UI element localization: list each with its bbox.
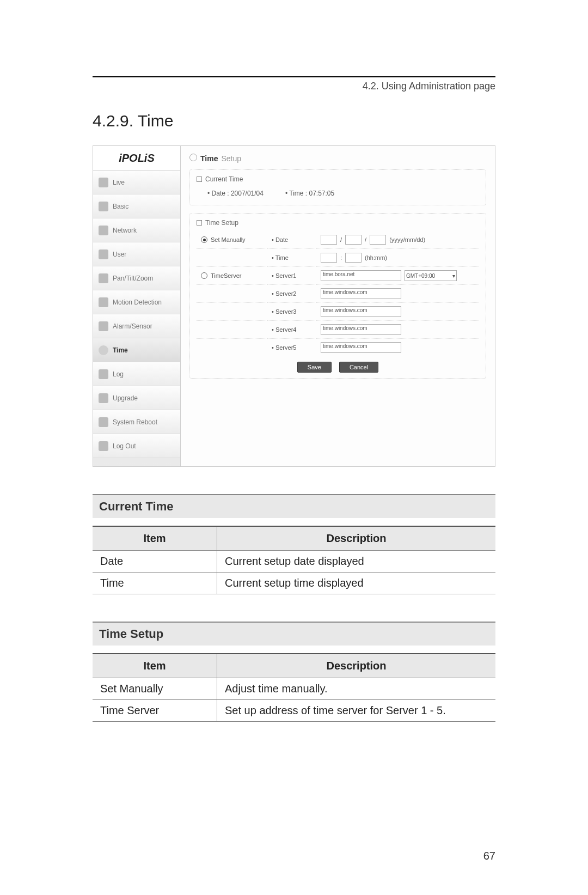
server3-input[interactable]: time.windows.com [321,306,401,317]
subheading-current-time: Current Time [93,494,495,518]
page-number: 67 [483,850,495,862]
table-row: Date Current setup date displayed [93,551,495,573]
server1-input[interactable]: time.bora.net [321,270,401,281]
date-input-cell: / / (yyyy/mm/dd) [316,231,479,248]
server4-label: • Server4 [267,320,316,338]
hour-input[interactable] [321,253,337,263]
cell-desc: Adjust time manually. [217,678,496,700]
date-hint: (yyyy/mm/dd) [389,236,425,243]
empty-cell [197,248,267,266]
time-input-cell: : (hh:mm) [316,248,479,266]
sidebar-item-label: Log Out [113,442,136,450]
sidebar-item-label: Basic [113,203,128,210]
panel-title: Time Setup [205,219,238,227]
sidebar-item-reboot[interactable]: System Reboot [93,410,180,434]
radio-label: TimeServer [211,272,241,279]
server4-input[interactable]: time.windows.com [321,324,401,335]
breadcrumb: 4.2. Using Administration page [93,81,495,92]
radio-label: Set Manually [211,236,246,243]
current-time-value: • Time : 07:57:05 [285,190,334,197]
gmt-value: GMT+09:00 [406,273,435,279]
content-title: Time Setup [189,154,486,163]
timeserver-radio-cell[interactable]: TimeServer [197,266,267,284]
content-title-light: Setup [221,154,241,163]
cell-item: Date [93,551,217,573]
sidebar-item-network[interactable]: Network [93,218,180,242]
date-label-cell: • Date [267,231,316,248]
year-input[interactable] [321,235,337,245]
panel-header: Time Setup [197,219,479,227]
panel-title: Current Time [205,175,243,183]
sidebar: iPOLiS Live Basic Network User Pan/Tilt/… [93,146,181,466]
reboot-icon [99,417,108,427]
sidebar-item-label: Live [113,179,125,186]
clock-icon [99,345,108,355]
chevron-down-icon: ▾ [452,273,455,279]
sidebar-item-label: Time [113,346,128,354]
sidebar-item-time[interactable]: Time [93,338,180,362]
sidebar-item-user[interactable]: User [93,242,180,266]
server2-label: • Server2 [267,284,316,302]
empty-cell [197,302,267,320]
log-icon [99,369,108,379]
th-desc: Description [217,526,496,551]
bullet-icon [189,154,197,161]
empty-cell [197,320,267,338]
current-values-row: • Date : 2007/01/04 • Time : 07:57:05 [197,187,479,199]
section-title: 4.2.9. Time [93,112,495,130]
sidebar-item-log[interactable]: Log [93,362,180,386]
server1-cell: time.bora.net GMT+09:00 ▾ [316,266,479,284]
empty-cell [197,338,267,356]
sidebar-item-live[interactable]: Live [93,171,180,194]
header-rule [93,76,495,77]
sidebar-item-label: Log [113,370,124,378]
server3-label: • Server3 [267,302,316,320]
logout-icon [99,441,108,451]
cell-desc: Current setup time displayed [217,573,496,594]
server2-input[interactable]: time.windows.com [321,288,401,299]
panel-header: Current Time [197,175,479,183]
cell-desc: Set up address of time server for Server… [217,700,496,722]
radio-icon[interactable] [201,272,207,279]
server1-label: • Server1 [267,266,316,284]
manual-radio-cell[interactable]: Set Manually [197,231,267,248]
day-input[interactable] [370,235,386,245]
square-icon [197,176,202,182]
button-row: Save Cancel [197,362,479,373]
network-icon [99,226,108,235]
sidebar-item-basic[interactable]: Basic [93,194,180,218]
sidebar-item-label: Motion Detection [113,299,162,306]
th-item: Item [93,654,217,678]
server5-label: • Server5 [267,338,316,356]
cell-item: Time [93,573,217,594]
time-label-cell: • Time [267,248,316,266]
content-area: Time Setup Current Time • Date : 2007/01… [181,146,495,466]
sidebar-item-ptz[interactable]: Pan/Tilt/Zoom [93,266,180,290]
time-setup-table: Item Description Set Manually Adjust tim… [93,653,495,722]
gear-icon [99,393,108,403]
cancel-button[interactable]: Cancel [339,362,378,373]
minute-input[interactable] [345,253,362,263]
sidebar-item-logout[interactable]: Log Out [93,434,180,458]
current-time-table: Item Description Date Current setup date… [93,526,495,594]
sidebar-item-upgrade[interactable]: Upgrade [93,386,180,410]
sidebar-item-label: Network [113,227,137,234]
alarm-icon [99,321,108,331]
monitor-icon [99,178,108,187]
square-icon [197,220,202,226]
gmt-select[interactable]: GMT+09:00 ▾ [405,270,457,281]
month-input[interactable] [345,235,362,245]
save-button[interactable]: Save [297,362,332,373]
sidebar-item-label: Alarm/Sensor [113,322,152,330]
sidebar-item-motion[interactable]: Motion Detection [93,290,180,314]
screenshot-panel: iPOLiS Live Basic Network User Pan/Tilt/… [93,145,495,467]
table-row: Time Server Set up address of time serve… [93,700,495,722]
radio-icon[interactable] [201,236,207,243]
th-item: Item [93,526,217,551]
sidebar-item-label: User [113,251,126,258]
server5-input[interactable]: time.windows.com [321,342,401,353]
current-date-value: • Date : 2007/01/04 [207,190,264,197]
subheading-time-setup: Time Setup [93,622,495,646]
sidebar-item-alarm[interactable]: Alarm/Sensor [93,314,180,338]
motion-icon [99,297,108,307]
